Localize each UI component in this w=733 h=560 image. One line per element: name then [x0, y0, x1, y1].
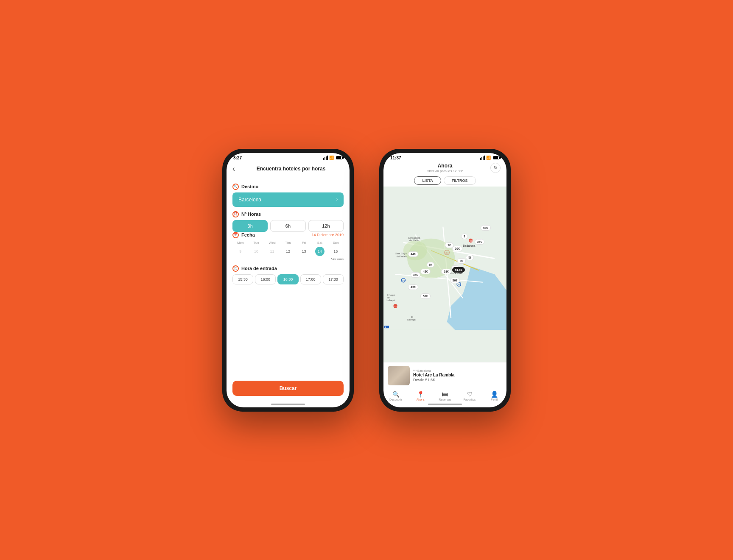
- nav-perfil-label: Perfil: [491, 398, 498, 401]
- time-1730[interactable]: 17:30: [323, 274, 344, 284]
- search-icon: 🔍: [232, 184, 239, 190]
- signal-icon-2: [480, 156, 485, 160]
- svg-text:del Vallès: del Vallès: [397, 255, 407, 257]
- price-pin-36a[interactable]: 36€: [475, 239, 485, 245]
- calendar-days: 9 10 11 12 13 14 15: [232, 246, 344, 256]
- time-1600[interactable]: 16:00: [255, 274, 276, 284]
- nav-perfil[interactable]: 👤 Perfil: [482, 391, 506, 401]
- nav-favoritos[interactable]: ♡ Favoritos: [457, 391, 482, 401]
- nav-descubrir[interactable]: 🔍 Descubrir: [383, 391, 408, 401]
- favoritos-icon: ♡: [467, 391, 473, 398]
- cal-day-10[interactable]: 10: [252, 247, 261, 256]
- hours-row: 3h 6h 12h: [232, 220, 344, 232]
- day-fri: Fri: [296, 240, 312, 245]
- app-header: ‹ Encuentra hoteles por horas: [227, 161, 350, 177]
- price-pin-43[interactable]: 43€: [408, 284, 418, 290]
- hotel-image: [388, 366, 410, 385]
- price-pin-58[interactable]: 58€: [481, 225, 491, 231]
- price-pin-8[interactable]: 8€: [457, 258, 466, 264]
- map-header: Ahora Checkin para las 12:30h ↻: [383, 161, 506, 175]
- day-wed: Wed: [264, 240, 280, 245]
- bottom-nav: 🔍 Descubrir 📍 Ahora 🛏 Reservas ♡ Favorit…: [383, 389, 506, 402]
- destination-button[interactable]: Barcelona ›: [232, 192, 344, 207]
- time-1630[interactable]: 16:30: [277, 274, 298, 284]
- svg-text:L'Hospit-: L'Hospit-: [387, 294, 395, 296]
- hotel-stars: *** Barcelona: [413, 369, 502, 372]
- svg-text:Llobregat: Llobregat: [386, 299, 395, 301]
- price-pin-36c[interactable]: 36€: [411, 272, 421, 278]
- svg-text:B-20: B-20: [458, 284, 461, 286]
- map-area[interactable]: C-17 Cerdanyola del Vallès Sant Cugat de…: [383, 187, 506, 362]
- calendar-days-header: Mon Tue Wed Thu Fri Sat Sun: [232, 240, 344, 245]
- date-label: 📅 Fecha: [232, 232, 255, 238]
- time-1530[interactable]: 15:30: [232, 274, 253, 284]
- date-header: 📅 Fecha 14 Diciembre 2019: [232, 232, 344, 238]
- hotel-info: *** Barcelona Hotel Arc La Rambla Desde …: [413, 369, 502, 382]
- svg-text:El: El: [411, 316, 413, 318]
- day-mon: Mon: [232, 240, 248, 245]
- day-sun: Sun: [328, 240, 344, 245]
- price-pin-516-selected[interactable]: 51,6€: [452, 267, 465, 273]
- price-pin-3[interactable]: 3: [461, 234, 468, 239]
- map-tabs: LISTA FILTROS: [383, 175, 506, 187]
- calendar-grid: Mon Tue Wed Thu Fri Sat Sun 9 10 11 12 1…: [232, 240, 344, 261]
- day-tue: Tue: [248, 240, 264, 245]
- day-sat: Sat: [312, 240, 327, 245]
- price-pin-5f[interactable]: 5f: [427, 262, 434, 267]
- tab-lista[interactable]: LISTA: [414, 176, 441, 185]
- wifi-icon: 📶: [329, 156, 334, 160]
- status-icons-1: 📶: [323, 156, 343, 160]
- hotel-card[interactable]: *** Barcelona Hotel Arc La Rambla Desde …: [383, 362, 506, 389]
- svg-text:C-310: C-310: [394, 306, 398, 307]
- price-pin-44[interactable]: 44€: [408, 251, 418, 257]
- svg-text:Badalona: Badalona: [463, 244, 476, 247]
- cal-day-13[interactable]: 13: [299, 247, 308, 256]
- status-bar-2: 11:37 📶: [383, 153, 506, 161]
- nav-reservas[interactable]: 🛏 Reservas: [433, 391, 457, 401]
- map-screen: Ahora Checkin para las 12:30h ↻ LISTA FI…: [383, 161, 506, 402]
- nav-ahora[interactable]: 📍 Ahora: [408, 391, 433, 401]
- price-pin-5f2[interactable]: 5f: [466, 255, 473, 260]
- price-pin-51a[interactable]: 51€: [420, 293, 431, 299]
- cal-day-15[interactable]: 15: [331, 247, 340, 256]
- time-1700[interactable]: 17:00: [300, 274, 321, 284]
- cal-day-14[interactable]: 14: [315, 247, 325, 256]
- price-pin-36b[interactable]: 36€: [452, 246, 462, 251]
- view-more-dates[interactable]: Ver más: [232, 257, 344, 261]
- hour-6h-button[interactable]: 6h: [270, 220, 305, 232]
- cal-day-12[interactable]: 12: [283, 247, 293, 256]
- hour-12h-button[interactable]: 12h: [308, 220, 344, 232]
- svg-text:C-18: C-18: [402, 280, 405, 281]
- destination-label: 🔍 Destino: [232, 184, 344, 190]
- chevron-right-icon: ›: [336, 197, 338, 202]
- status-icons-2: 📶: [480, 156, 500, 160]
- nav-descubrir-label: Descubrir: [389, 398, 402, 401]
- tab-filtros[interactable]: FILTROS: [444, 176, 476, 185]
- perfil-icon: 👤: [491, 391, 498, 398]
- hours-label: ⏰ Nº Horas: [232, 211, 344, 217]
- price-pin-56[interactable]: 56€: [450, 278, 460, 283]
- phone-1: 3:27 📶 ‹ Encuentra hoteles por horas: [222, 149, 354, 412]
- price-pin-42[interactable]: 42€: [420, 269, 431, 274]
- svg-text:del Vallès: del Vallès: [409, 239, 420, 242]
- svg-text:Sant Cugat: Sant Cugat: [395, 252, 408, 255]
- time-row: 15:30 16:00 16:30 17:00 17:30: [232, 274, 344, 284]
- cal-day-11[interactable]: 11: [268, 247, 277, 256]
- back-button[interactable]: ‹: [232, 164, 235, 173]
- price-pin-61[interactable]: 61€: [441, 269, 451, 274]
- svg-text:2: 2: [385, 326, 386, 328]
- svg-point-10: [403, 240, 427, 260]
- battery-icon: [336, 156, 343, 159]
- cal-day-9[interactable]: 9: [236, 247, 245, 256]
- home-indicator-1: [271, 404, 305, 405]
- refresh-button[interactable]: ↻: [490, 163, 501, 173]
- map-title: Ahora: [389, 163, 501, 169]
- entry-time-icon: 🕐: [232, 265, 239, 272]
- hour-3h-button[interactable]: 3h: [232, 220, 268, 232]
- search-button[interactable]: Buscar: [232, 381, 344, 396]
- checkin-time-label: 🕐 Hora de entrada: [232, 265, 344, 272]
- svg-text:Cerdanyola: Cerdanyola: [408, 236, 421, 239]
- svg-text:C-33: C-33: [470, 240, 473, 242]
- destination-value: Barcelona: [238, 197, 261, 203]
- battery-icon-2: [493, 156, 500, 159]
